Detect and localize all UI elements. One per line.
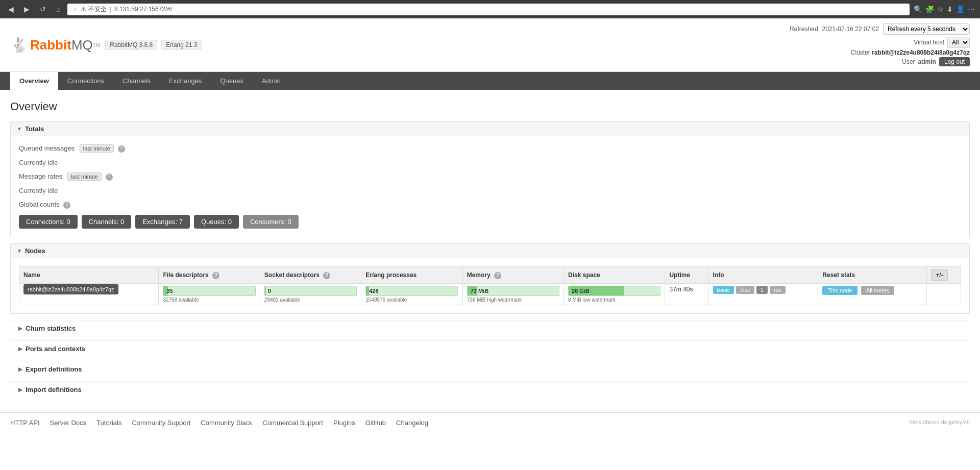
ports-contexts-label: Ports and contexts [26, 345, 85, 353]
search-browser-icon[interactable]: 🔍 [914, 5, 922, 13]
memory-bar: 73 MiB [467, 286, 559, 296]
menu-icon[interactable]: ⋯ [968, 5, 975, 13]
socket-desc-value: 0 [265, 286, 356, 295]
reload-button[interactable]: ↺ [37, 4, 49, 14]
footer-link-github[interactable]: GitHub [365, 419, 386, 427]
file-desc-help-icon[interactable]: ? [212, 272, 219, 279]
socket-desc-help-icon[interactable]: ? [323, 272, 330, 279]
col-uptime: Uptime [665, 267, 708, 284]
import-definitions-section: ▶ Import definitions [10, 381, 970, 398]
message-rates-help-icon[interactable]: ? [106, 174, 113, 181]
logout-button[interactable]: Log out [939, 57, 970, 66]
extensions-icon[interactable]: 🧩 [925, 5, 934, 13]
info-badge-disc[interactable]: disc [736, 286, 754, 294]
queued-help-icon[interactable]: ? [118, 145, 125, 153]
url-bar[interactable]: ⚠ ⚠ 不安全 | 8.131.59.27:15672/#/ [67, 4, 910, 15]
footer-link-community-support[interactable]: Community Support [132, 419, 190, 427]
footer-link-server-docs[interactable]: Server Docs [50, 419, 87, 427]
churn-statistics-header[interactable]: ▶ Churn statistics [10, 320, 970, 336]
erlang-proc-available: 1048576 available [365, 297, 458, 303]
vhost-select[interactable]: All [947, 37, 970, 48]
footer-link-changelog[interactable]: Changelog [396, 419, 428, 427]
info-cell: basic disc 1 rss [708, 284, 818, 305]
import-definitions-header[interactable]: ▶ Import definitions [10, 381, 970, 398]
node-name-badge: rabbit@iz2ze4u808b24i8a0g4z7qz [23, 284, 118, 294]
file-desc-value: 35 [163, 286, 255, 295]
memory-cell: 73 MiB 736 MiB high watermark [462, 284, 564, 305]
footer-link-tutorials[interactable]: Tutorials [96, 419, 121, 427]
global-counts-help-icon[interactable]: ? [63, 202, 70, 209]
global-counts-row: Global counts ? [19, 201, 961, 209]
bookmark-icon[interactable]: ☆ [937, 5, 944, 13]
connections-count-btn[interactable]: Connections: 0 [19, 215, 78, 229]
back-button[interactable]: ◀ [5, 4, 17, 14]
memory-value: 73 MiB [468, 286, 559, 295]
totals-section-header[interactable]: ▼ Totals [11, 122, 969, 136]
nav-tab-connections[interactable]: Connections [58, 72, 113, 90]
memory-help-icon[interactable]: ? [494, 272, 501, 279]
import-arrow-icon: ▶ [18, 387, 22, 392]
churn-statistics-label: Churn statistics [26, 325, 76, 332]
app-header: 🐇 RabbitMQ TM RabbitMQ 3.8.8 Erlang 21.3… [0, 18, 980, 72]
node-name-cell: rabbit@iz2ze4u808b24i8a0g4z7qz [19, 284, 159, 305]
logo-tm: TM [93, 42, 100, 48]
export-definitions-section: ▶ Export definitions [10, 361, 970, 377]
user-value: admin [918, 58, 936, 65]
export-definitions-header[interactable]: ▶ Export definitions [10, 361, 970, 377]
download-icon[interactable]: ⬇ [947, 5, 953, 13]
logo-mq: MQ [71, 37, 93, 53]
col-file-desc: File descriptors ? [159, 267, 260, 284]
totals-label: Totals [25, 125, 44, 133]
url-text: 8.131.59.27:15672/#/ [114, 6, 172, 13]
col-name: Name [19, 267, 159, 284]
forward-button[interactable]: ▶ [21, 4, 33, 14]
page-title: Overview [10, 100, 970, 113]
nav-tab-admin[interactable]: Admin [253, 72, 290, 90]
profile-icon[interactable]: 👤 [956, 5, 965, 13]
col-plus-minus: +/- [927, 267, 961, 284]
disk-watermark: 8 MiB low watermark [568, 297, 660, 303]
logo-area: 🐇 RabbitMQ TM RabbitMQ 3.8.8 Erlang 21.3 [10, 37, 202, 54]
nodes-label: Nodes [25, 247, 45, 255]
info-badges: basic disc 1 rss [713, 286, 814, 294]
info-badge-rss[interactable]: rss [770, 286, 786, 294]
all-nodes-button[interactable]: All nodes [861, 286, 894, 295]
footer-link-plugins[interactable]: Plugins [333, 419, 355, 427]
channels-count-btn[interactable]: Channels: 0 [82, 215, 131, 229]
disk-value: 26 GiB [569, 286, 660, 295]
nav-tab-overview[interactable]: Overview [10, 72, 58, 90]
nav-tab-channels[interactable]: Channels [113, 72, 160, 90]
nodes-table: Name File descriptors ? Socket descripto… [19, 266, 961, 305]
home-button[interactable]: ⌂ [53, 4, 63, 14]
footer-link-community-slack[interactable]: Community Slack [201, 419, 252, 427]
exchanges-count-btn[interactable]: Exchanges: 7 [135, 215, 190, 229]
message-rates-row: Message rates last minute ? [19, 172, 961, 181]
global-counts-label: Global counts [19, 201, 60, 208]
col-socket-desc: Socket descriptors ? [260, 267, 361, 284]
queued-messages-label: Queued messages [19, 144, 75, 152]
nav-tab-queues[interactable]: Queues [211, 72, 253, 90]
col-info: Info [708, 267, 818, 284]
queues-count-btn[interactable]: Queues: 0 [194, 215, 239, 229]
file-desc-cell: 35 32768 available [159, 284, 260, 305]
logo-text: RabbitMQ [30, 37, 93, 53]
queued-idle-text: Currently idle [19, 159, 961, 166]
version-badges: RabbitMQ 3.8.8 Erlang 21.3 [105, 40, 202, 50]
footer-link-http-api[interactable]: HTTP API [10, 419, 40, 427]
footer-link-commercial-support[interactable]: Commercial Support [263, 419, 324, 427]
security-warning-icon: ⚠ [72, 6, 78, 13]
queued-badge: last minute [80, 144, 114, 153]
consumers-count-btn[interactable]: Consumers: 0 [243, 215, 299, 229]
this-node-button[interactable]: This node [822, 286, 857, 295]
refresh-select[interactable]: Refresh every 5 secondsRefresh every 10 … [883, 23, 970, 35]
reset-stats-cell: This node All nodes [818, 284, 927, 305]
plus-minus-button[interactable]: +/- [931, 269, 947, 281]
nodes-section-header[interactable]: ▼ Nodes [11, 244, 969, 258]
refreshed-label: Refreshed [790, 26, 818, 33]
export-arrow-icon: ▶ [18, 366, 22, 372]
info-badge-basic[interactable]: basic [713, 286, 734, 294]
nav-tab-exchanges[interactable]: Exchanges [160, 72, 211, 90]
churn-statistics-section: ▶ Churn statistics [10, 320, 970, 336]
ports-contexts-header[interactable]: ▶ Ports and contexts [10, 340, 970, 357]
info-badge-num[interactable]: 1 [756, 286, 768, 294]
